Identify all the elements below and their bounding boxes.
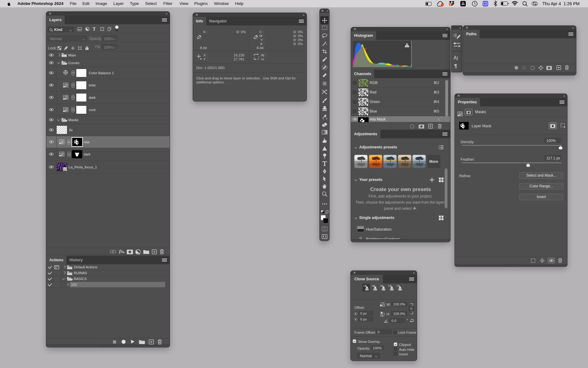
svg-text:3: 3	[450, 4, 451, 6]
